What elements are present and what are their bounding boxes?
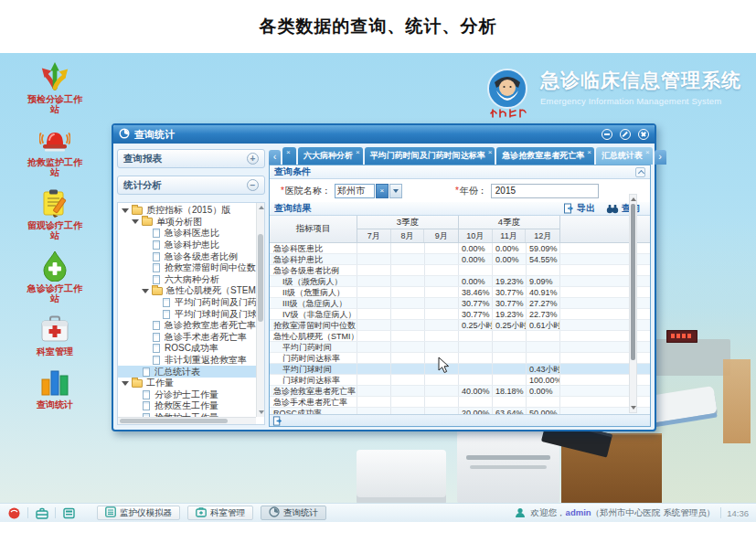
table-row-9[interactable]: 平均门药时间 — [270, 342, 650, 353]
taskbar-button-department[interactable]: 科室管理 — [187, 506, 253, 520]
restore-button[interactable] — [620, 129, 631, 140]
tab-close-icon[interactable]: × — [286, 149, 291, 156]
desktop-icon-triage[interactable]: 预检分诊工作站 — [11, 61, 99, 114]
tree-item-1[interactable]: 单项分析图 — [118, 217, 256, 229]
scroll-thumb[interactable] — [258, 234, 263, 322]
scroll-down-icon[interactable] — [259, 410, 264, 414]
minimize-button[interactable] — [602, 129, 612, 140]
cell-value: 40.00% — [459, 386, 493, 396]
tree-expand-icon[interactable] — [142, 289, 149, 293]
triage-arrows-icon — [38, 61, 71, 92]
export-button[interactable]: 导出 — [563, 202, 595, 215]
tab-close-icon[interactable]: × — [488, 149, 493, 156]
tree-item-6[interactable]: 六大病种分析 — [118, 274, 256, 286]
table-row-6[interactable]: IV级（非急症病人）30.77%19.23%22.73% — [270, 309, 650, 320]
toolbox-icon[interactable] — [35, 506, 48, 520]
desktop-icon-label: 预检分诊工作站 — [27, 94, 83, 114]
folder-icon — [132, 207, 143, 215]
tree-item-13[interactable]: 非计划重返抢救室率 — [118, 355, 256, 367]
table-row-10[interactable]: 门药时间达标率 — [270, 353, 650, 364]
table-row-4[interactable]: II级（危重病人）38.46%30.77%40.91% — [270, 287, 650, 298]
tree-item-7[interactable]: 急性心肌梗死（STEMI）患者 — [118, 285, 256, 297]
tree-item-11[interactable]: 急诊手术患者死亡率 — [118, 332, 256, 344]
export-icon — [563, 203, 574, 214]
hospital-value[interactable]: 郑州市 — [335, 184, 375, 198]
cell-value — [357, 331, 391, 341]
tab-close-icon[interactable]: × — [356, 149, 360, 156]
scroll-thumb[interactable] — [120, 419, 228, 423]
table-row-13[interactable]: 急诊抢救室患者死亡率40.00%18.18%0.00% — [270, 386, 650, 397]
export-page-icon[interactable] — [272, 416, 282, 426]
tab-3[interactable]: 汇总统计表× — [596, 147, 653, 165]
taskbar-button-monitor-sim[interactable]: 监护仪模拟器 — [97, 506, 180, 520]
tree-item-16[interactable]: 分诊护士工作量 — [118, 389, 256, 401]
table-vertical-scrollbar[interactable] — [629, 194, 637, 413]
tab-1[interactable]: 平均门药时间及门药时间达标率× — [365, 147, 495, 165]
desktop-icon-query[interactable]: 查询统计 — [11, 367, 99, 410]
tab-2[interactable]: 急诊抢救室患者死亡率× — [496, 147, 594, 165]
tree-item-15[interactable]: 工作量 — [118, 378, 256, 389]
clear-icon[interactable]: × — [376, 184, 389, 198]
table-row-2[interactable]: 急诊各级患者比例 — [270, 265, 650, 276]
expand-plus-icon[interactable]: + — [247, 153, 259, 165]
chevron-down-icon[interactable] — [389, 184, 402, 198]
tree-item-4[interactable]: 急诊各级患者比例 — [118, 250, 256, 262]
tab-scroll-left-button[interactable]: ‹ — [269, 150, 281, 165]
cell-value — [425, 265, 459, 275]
table-row-14[interactable]: 急诊手术患者死亡率 — [270, 397, 650, 408]
desktop-icon-observation[interactable]: 留观诊疗工作站 — [11, 187, 99, 240]
tree-item-3[interactable]: 急诊科护患比 — [118, 240, 256, 251]
desktop-icon-department[interactable]: 科室管理 — [11, 314, 99, 357]
cell-value — [425, 397, 459, 407]
panel-header-stat-analysis[interactable]: 统计分析 − — [117, 176, 265, 195]
collapse-section-button[interactable] — [635, 167, 645, 177]
desktop-icon-emergency[interactable]: 急诊诊疗工作站 — [11, 250, 99, 303]
tree-horizontal-scrollbar[interactable] — [118, 417, 256, 424]
row-label: 急诊科护患比 — [270, 254, 357, 264]
table-row-7[interactable]: 抢救室滞留时间中位数0.25小时0.25小时0.61小时 — [270, 320, 650, 331]
table-row-0[interactable]: 急诊科医患比0.00%0.00%59.09% — [270, 243, 650, 254]
tree-expand-icon[interactable] — [122, 208, 129, 213]
table-row-5[interactable]: III级（急症病人）30.77%30.77%27.27% — [270, 298, 650, 309]
tree-item-0[interactable]: 质控指标（2015）版 — [118, 205, 256, 217]
panel-header-query-reports[interactable]: 查询报表 + — [117, 149, 265, 168]
window-list-icon[interactable] — [62, 506, 76, 520]
taskbar-button-query-stats[interactable]: 查询统计 — [261, 506, 326, 520]
row-label: III级（急症病人） — [270, 298, 357, 308]
system-logo-small-icon[interactable] — [7, 506, 21, 520]
tab-close-icon[interactable]: × — [645, 149, 650, 156]
tree-item-8[interactable]: 平均门药时间及门药时间达标率 — [118, 297, 256, 309]
tree-item-12[interactable]: ROSC成功率 — [118, 343, 256, 355]
year-input[interactable]: 2015 — [491, 184, 599, 198]
table-row-15[interactable]: ROSC成功率20.00%63.64%50.00% — [270, 408, 650, 414]
scroll-thumb[interactable] — [631, 204, 635, 360]
required-mark: * — [455, 186, 459, 196]
collapse-minus-icon[interactable]: − — [247, 179, 259, 191]
tab-0[interactable]: 六大病种分析× — [298, 147, 363, 165]
tree-item-17[interactable]: 抢救医生工作量 — [118, 400, 256, 412]
scroll-down-icon[interactable] — [631, 406, 636, 410]
tree-item-14[interactable]: 汇总统计表 — [118, 366, 256, 378]
table-row-8[interactable]: 急性心肌梗死（STMI）患者 — [270, 331, 650, 342]
tree-item-9[interactable]: 平均门球时间及门球时间达标率 — [118, 308, 256, 320]
tab-close-icon[interactable]: × — [587, 149, 591, 156]
desktop-icon-rescue[interactable]: 抢救监护工作站 — [11, 124, 99, 177]
table-row-11[interactable]: 平均门球时间0.43小时 — [270, 364, 650, 375]
close-button[interactable] — [638, 129, 649, 140]
scroll-up-icon[interactable] — [631, 197, 636, 201]
tree-expand-icon[interactable] — [132, 219, 139, 224]
tab-label: 汇总统计表 — [602, 149, 643, 162]
scroll-up-icon[interactable] — [259, 206, 264, 209]
tree-item-5[interactable]: 抢救室滞留时间中位数 — [118, 262, 256, 274]
tree-item-2[interactable]: 急诊科医患比 — [118, 228, 256, 240]
tab-scroll-right-button[interactable]: › — [655, 150, 666, 165]
tree-vertical-scrollbar[interactable] — [256, 203, 264, 417]
hospital-combobox[interactable]: 郑州市 × — [335, 184, 402, 198]
table-row-3[interactable]: I级（濒危病人）0.00%19.23%9.09% — [270, 276, 650, 287]
table-row-1[interactable]: 急诊科护患比0.00%0.00%54.55% — [270, 254, 650, 265]
table-row-12[interactable]: 门球时间达标率100.00% — [270, 375, 650, 386]
window-titlebar[interactable]: 查询统计 — [113, 125, 655, 144]
tab-partial[interactable]: × — [282, 147, 296, 165]
tree-item-10[interactable]: 急诊抢救室患者死亡率 — [118, 320, 256, 332]
tree-expand-icon[interactable] — [122, 381, 129, 386]
